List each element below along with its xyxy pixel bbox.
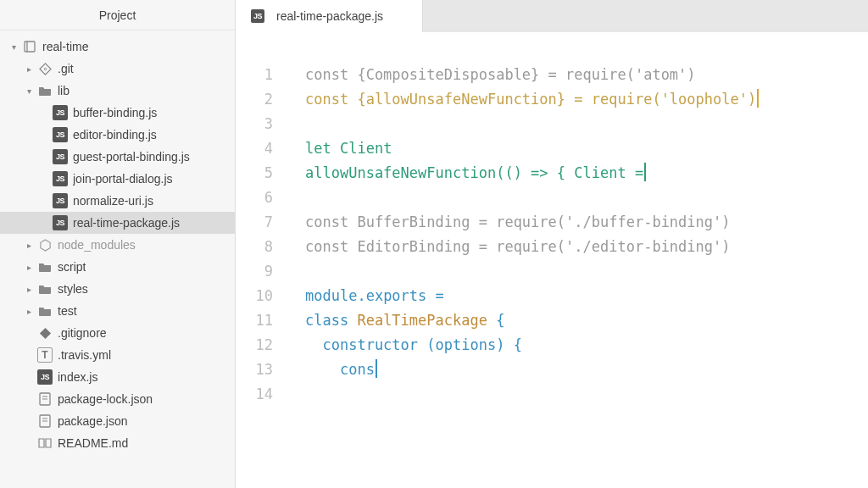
code-line[interactable]: class RealTimePackage {: [305, 308, 868, 333]
editor-area: JS real-time-package.js 1 2 3 4 5 6 7 8 …: [236, 0, 868, 488]
book-icon: [37, 435, 53, 451]
tree-file-readme[interactable]: ▸ README.md: [0, 432, 235, 454]
line-number: 12: [236, 333, 273, 358]
git-icon: [37, 325, 53, 341]
line-number: 7: [236, 210, 273, 235]
tree-folder-git[interactable]: ▸ .git: [0, 58, 235, 80]
folder-icon: [37, 281, 53, 297]
tree-file-pkglock[interactable]: ▸ package-lock.json: [0, 388, 235, 410]
tree-label: index.js: [58, 370, 97, 384]
tree-folder-node-modules[interactable]: ▸ node_modules: [0, 234, 235, 256]
code-line[interactable]: const {CompositeDisposable} = require('a…: [305, 63, 868, 87]
tree-label: .gitignore: [58, 326, 107, 340]
js-file-icon: JS: [53, 127, 68, 142]
tree-folder-test[interactable]: ▸ test: [0, 300, 235, 322]
line-number: 3: [236, 112, 273, 136]
line-number: 14: [236, 382, 273, 407]
code-line[interactable]: [305, 112, 868, 136]
tree-folder-lib[interactable]: ▾ lib: [0, 80, 235, 102]
chevron-right-icon: ▸: [24, 285, 34, 294]
sidebar-title: Project: [0, 0, 235, 30]
line-number: 5: [236, 161, 273, 186]
tree-label: editor-binding.js: [73, 128, 157, 141]
tree-folder-script[interactable]: ▸ script: [0, 256, 235, 278]
tree-label: .travis.yml: [58, 348, 111, 362]
code-line[interactable]: [305, 259, 868, 284]
folder-icon: [37, 303, 53, 319]
tree-label: README.md: [58, 436, 128, 450]
collab-cursor-teal: [644, 163, 646, 181]
tree-file-indexjs[interactable]: ▸ JS index.js: [0, 366, 235, 388]
line-number: 6: [236, 186, 273, 210]
chevron-right-icon: ▸: [24, 307, 34, 316]
tree-file[interactable]: ▸ JS guest-portal-binding.js: [0, 146, 235, 168]
tree-label: package-lock.json: [58, 392, 153, 406]
js-file-icon: JS: [37, 369, 53, 385]
line-gutter: 1 2 3 4 5 6 7 8 9 10 11 12 13 14: [236, 63, 285, 488]
code-line[interactable]: const {allowUnsafeNewFunction} = require…: [305, 87, 868, 112]
line-number: 11: [236, 308, 273, 333]
tree-file[interactable]: ▸ JS normalize-uri.js: [0, 190, 235, 212]
tree-file-gitignore[interactable]: ▸ .gitignore: [0, 322, 235, 344]
tab-bar: JS real-time-package.js: [236, 0, 868, 32]
js-file-icon: JS: [53, 105, 68, 120]
line-number: 9: [236, 259, 273, 284]
chevron-right-icon: ▸: [24, 64, 34, 74]
tree-label: normalize-uri.js: [73, 194, 153, 208]
line-number: 1: [236, 63, 273, 87]
tree-label: test: [58, 304, 77, 318]
tree-root[interactable]: ▾ real-time: [0, 36, 235, 58]
line-number: 8: [236, 235, 273, 259]
js-file-icon: JS: [53, 171, 68, 186]
line-number: 10: [236, 284, 273, 308]
tree-file[interactable]: ▸ JS join-portal-dialog.js: [0, 168, 235, 190]
tree-folder-styles[interactable]: ▸ styles: [0, 278, 235, 300]
folder-icon: [37, 259, 53, 274]
tree-label: styles: [58, 282, 88, 296]
code-line[interactable]: [305, 186, 868, 210]
tree-file-travis[interactable]: ▸ T .travis.yml: [0, 344, 235, 366]
svg-rect-0: [25, 42, 35, 52]
code-line[interactable]: [305, 382, 868, 407]
js-file-icon: JS: [251, 9, 264, 23]
code-editor[interactable]: 1 2 3 4 5 6 7 8 9 10 11 12 13 14 const {…: [236, 32, 868, 488]
package-icon: [37, 237, 53, 252]
code-line[interactable]: const EditorBinding = require('./editor-…: [305, 235, 868, 259]
collab-cursor-amber: [757, 89, 759, 108]
tree-file[interactable]: ▸ JS editor-binding.js: [0, 124, 235, 146]
line-number: 2: [236, 87, 273, 112]
tree-file-pkg[interactable]: ▸ package.json: [0, 410, 235, 432]
chevron-down-icon: ▾: [24, 86, 34, 96]
json-file-icon: [37, 391, 53, 407]
line-number: 13: [236, 358, 273, 382]
chevron-right-icon: ▸: [24, 241, 34, 250]
code-line[interactable]: constructor (options) {: [305, 333, 868, 358]
code-line[interactable]: let Client: [305, 136, 868, 161]
app-root: Project ▾ real-time ▸ .git ▾: [0, 0, 868, 488]
tree-file[interactable]: ▸ JS buffer-binding.js: [0, 102, 235, 124]
repo-icon: [22, 39, 37, 54]
chevron-down-icon: ▾: [8, 42, 19, 52]
code-lines[interactable]: const {CompositeDisposable} = require('a…: [285, 63, 868, 488]
tree-label: join-portal-dialog.js: [73, 172, 173, 186]
tree-label: buffer-binding.js: [73, 106, 157, 119]
json-file-icon: [37, 413, 53, 429]
project-sidebar: Project ▾ real-time ▸ .git ▾: [0, 0, 236, 488]
code-line[interactable]: allowUnsafeNewFunction(() => { Client =: [305, 161, 868, 186]
tree-label: lib: [58, 84, 70, 97]
tree-label: node_modules: [58, 238, 136, 252]
tab-active[interactable]: JS real-time-package.js: [236, 0, 423, 32]
tree-root-label: real-time: [42, 40, 88, 53]
js-file-icon: JS: [53, 149, 68, 164]
tree-label: real-time-package.js: [73, 216, 180, 230]
code-line[interactable]: const BufferBinding = require('./buffer-…: [305, 210, 868, 235]
tab-title: real-time-package.js: [276, 9, 383, 23]
tree-label: guest-portal-binding.js: [73, 150, 190, 164]
js-file-icon: JS: [53, 193, 68, 208]
tree-label: package.json: [58, 414, 128, 428]
folder-icon: [37, 83, 53, 98]
code-line[interactable]: module.exports =: [305, 284, 868, 308]
code-line[interactable]: cons: [305, 358, 868, 382]
tree-label: script: [58, 260, 86, 274]
tree-file-active[interactable]: ▸ JS real-time-package.js: [0, 212, 235, 234]
